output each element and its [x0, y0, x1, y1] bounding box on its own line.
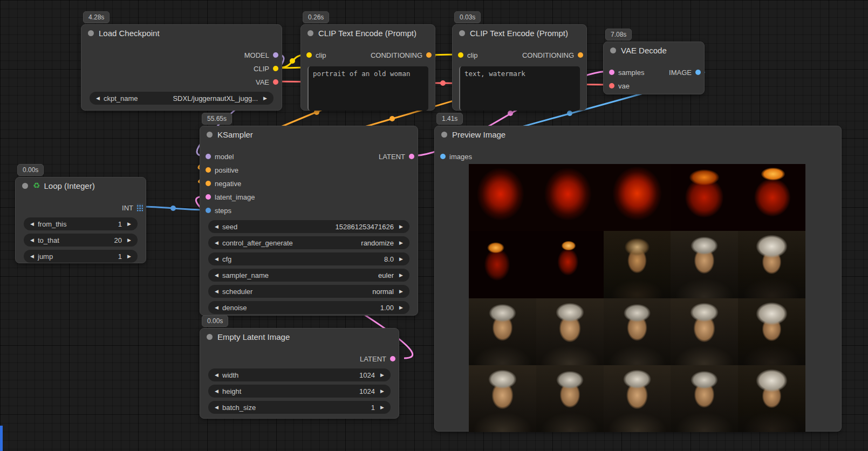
- node-title-bar[interactable]: Load Checkpoint: [81, 25, 282, 41]
- execution-time-badge: 0.03s: [454, 11, 481, 23]
- node-title-bar[interactable]: ♻ Loop (Integer): [16, 177, 146, 194]
- prompt-textarea[interactable]: portrait of an old woman: [307, 66, 428, 111]
- widget-denoise[interactable]: ◀ denoise 1.00 ▶: [208, 301, 409, 314]
- vae-output-port[interactable]: [273, 79, 278, 85]
- decrement-arrow-icon[interactable]: ◀: [213, 388, 220, 394]
- clip-input-port[interactable]: [306, 52, 312, 58]
- decrement-arrow-icon[interactable]: ◀: [94, 95, 101, 101]
- increment-arrow-icon[interactable]: ▶: [379, 372, 386, 378]
- node-vae-decode[interactable]: 7.08s VAE Decode samples IMAGE vae: [603, 42, 705, 94]
- conditioning-output-port[interactable]: [578, 52, 583, 58]
- port-row: MODEL: [81, 48, 282, 62]
- port-label: CONDITIONING: [371, 51, 422, 59]
- node-title-bar[interactable]: CLIP Text Encode (Prompt): [453, 25, 586, 41]
- samples-input-port[interactable]: [609, 70, 614, 75]
- port-label: clip: [316, 51, 326, 59]
- node-empty-latent-image[interactable]: 0.00s Empty Latent Image LATENT ◀ width …: [200, 328, 399, 419]
- port-label: vae: [618, 81, 630, 90]
- link-midpoint-dot: [508, 111, 513, 116]
- decrement-arrow-icon[interactable]: ◀: [213, 256, 220, 262]
- preview-image-cell: [469, 231, 536, 298]
- decrement-arrow-icon[interactable]: ◀: [29, 221, 36, 227]
- node-title-bar[interactable]: KSampler: [200, 126, 418, 142]
- decrement-arrow-icon[interactable]: ◀: [213, 289, 220, 294]
- decrement-arrow-icon[interactable]: ◀: [213, 372, 220, 378]
- decrement-arrow-icon[interactable]: ◀: [213, 305, 220, 310]
- port-row: positive: [200, 163, 418, 176]
- increment-arrow-icon[interactable]: ▶: [398, 272, 405, 278]
- widget-seed[interactable]: ◀ seed 152861253471626 ▶: [208, 220, 409, 233]
- widget-control-after-generate[interactable]: ◀ control_after_generate randomize ▶: [208, 236, 409, 249]
- decrement-arrow-icon[interactable]: ◀: [213, 240, 220, 245]
- node-ksampler[interactable]: 55.65s KSampler model LATENT positive ne…: [200, 126, 418, 316]
- increment-arrow-icon[interactable]: ▶: [398, 256, 405, 262]
- images-input-port[interactable]: [440, 154, 446, 159]
- increment-arrow-icon[interactable]: ▶: [379, 388, 386, 394]
- port-label: negative: [215, 179, 241, 187]
- widget-from-this[interactable]: ◀ from_this 1 ▶: [24, 217, 138, 230]
- port-label: CLIP: [254, 64, 269, 72]
- node-clip-text-encode-positive[interactable]: 0.26s CLIP Text Encode (Prompt) clip CON…: [300, 24, 435, 111]
- latent-output-port[interactable]: [409, 154, 414, 159]
- model-output-port[interactable]: [273, 52, 278, 58]
- widget-sampler-name[interactable]: ◀ sampler_name euler ▶: [208, 269, 409, 282]
- vae-input-port[interactable]: [609, 83, 614, 88]
- widget-cfg[interactable]: ◀ cfg 8.0 ▶: [208, 252, 409, 265]
- preview-image-cell: [671, 164, 738, 231]
- decrement-arrow-icon[interactable]: ◀: [29, 254, 36, 259]
- node-title-bar[interactable]: CLIP Text Encode (Prompt): [301, 25, 435, 41]
- increment-arrow-icon[interactable]: ▶: [126, 221, 133, 227]
- negative-input-port[interactable]: [206, 181, 211, 186]
- node-title-bar[interactable]: Preview Image: [435, 126, 841, 142]
- preview-image-grid: [469, 164, 805, 432]
- node-title-bar[interactable]: Empty Latent Image: [200, 329, 399, 345]
- increment-arrow-icon[interactable]: ▶: [262, 95, 269, 101]
- node-preview-image[interactable]: 1.41s Preview Image images: [434, 126, 842, 432]
- widget-value: 1024: [359, 387, 375, 395]
- widget-width[interactable]: ◀ width 1024 ▶: [208, 368, 391, 381]
- node-load-checkpoint[interactable]: 4.28s Load Checkpoint MODEL CLIP VAE ◀ c…: [81, 24, 282, 111]
- increment-arrow-icon[interactable]: ▶: [398, 240, 405, 245]
- clip-input-port[interactable]: [458, 52, 463, 58]
- latent-output-port[interactable]: [390, 356, 395, 361]
- execution-time-badge: 0.26s: [303, 11, 329, 23]
- widget-jump[interactable]: ◀ jump 1 ▶: [24, 250, 138, 263]
- increment-arrow-icon[interactable]: ▶: [379, 405, 386, 410]
- canvas-edge-blue-bar: [0, 426, 3, 451]
- preview-image-cell: [738, 164, 805, 231]
- node-status-dot: [207, 334, 213, 340]
- widget-scheduler[interactable]: ◀ scheduler normal ▶: [208, 285, 409, 298]
- node-loop-integer[interactable]: 0.00s ♻ Loop (Integer) INT ◀ from_this 1…: [15, 177, 146, 263]
- increment-arrow-icon[interactable]: ▶: [398, 305, 405, 310]
- increment-arrow-icon[interactable]: ▶: [398, 289, 405, 294]
- preview-image-cell: [738, 298, 805, 365]
- widget-label: denoise: [222, 304, 247, 312]
- latent-image-input-port[interactable]: [206, 194, 211, 200]
- port-row: latent_image: [200, 190, 418, 203]
- image-output-port[interactable]: [695, 70, 701, 75]
- widget-label: seed: [222, 223, 237, 231]
- clip-output-port[interactable]: [273, 66, 278, 71]
- decrement-arrow-icon[interactable]: ◀: [213, 224, 220, 229]
- node-clip-text-encode-negative[interactable]: 0.03s CLIP Text Encode (Prompt) clip CON…: [452, 24, 587, 111]
- widget-height[interactable]: ◀ height 1024 ▶: [208, 385, 391, 398]
- prompt-textarea[interactable]: text, watermark: [459, 66, 580, 111]
- decrement-arrow-icon[interactable]: ◀: [213, 272, 220, 278]
- steps-input-port[interactable]: [206, 208, 211, 213]
- positive-input-port[interactable]: [206, 167, 211, 173]
- preview-image-cell: [671, 231, 738, 298]
- widget-to-that[interactable]: ◀ to_that 20 ▶: [24, 234, 138, 247]
- decrement-arrow-icon[interactable]: ◀: [29, 237, 36, 243]
- model-input-port[interactable]: [206, 154, 211, 159]
- conditioning-output-port[interactable]: [426, 52, 432, 58]
- increment-arrow-icon[interactable]: ▶: [398, 224, 405, 229]
- node-title-bar[interactable]: VAE Decode: [604, 42, 704, 58]
- recycle-icon: ♻: [33, 181, 40, 190]
- widget-ckpt-name[interactable]: ◀ ckpt_name SDXL/juggernautXL_jugg... ▶: [90, 92, 274, 105]
- increment-arrow-icon[interactable]: ▶: [126, 254, 133, 259]
- widget-batch-size[interactable]: ◀ batch_size 1 ▶: [208, 401, 391, 414]
- int-output-grid-icon[interactable]: [136, 204, 143, 211]
- decrement-arrow-icon[interactable]: ◀: [213, 405, 220, 410]
- increment-arrow-icon[interactable]: ▶: [126, 237, 133, 243]
- port-label: steps: [215, 206, 231, 214]
